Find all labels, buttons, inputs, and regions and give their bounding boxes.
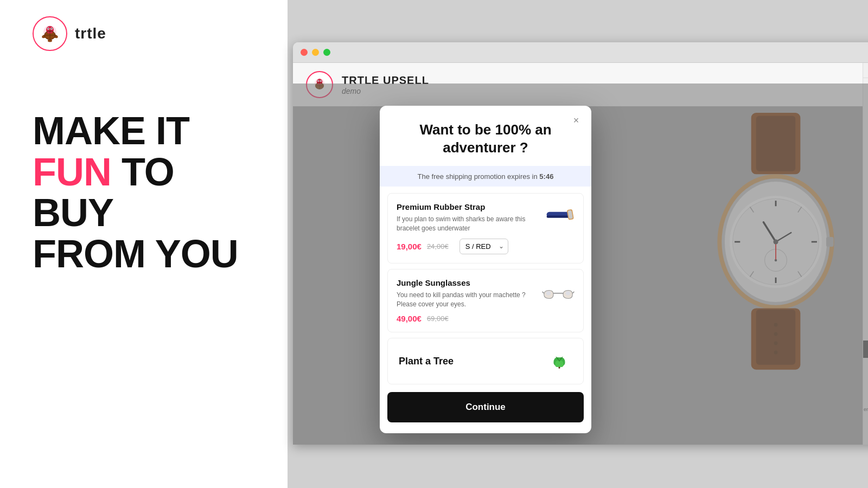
select-wrapper-1[interactable]: S / RED M / RED L / RED S / BLUE [459,239,508,254]
hero-fun-word: FUN [33,150,111,194]
svg-point-60 [566,291,571,296]
right-panel: TRTLE UPSELL demo [288,0,868,488]
product-card-1: Premium Rubber Strap If you plan to swim… [387,193,584,264]
hero-line-2: FUN TO BUY [33,152,255,234]
svg-rect-55 [547,215,570,217]
plant-name: Plant a Tree [399,356,454,367]
hero-text: MAKE IT FUN TO BUY FROM YOU [0,67,288,274]
svg-point-5 [48,28,49,29]
modal-close-button[interactable]: × [569,113,584,129]
product-image-1 [542,202,575,235]
sunglasses-image [542,281,575,308]
price-current-2: 49,00€ [397,314,422,323]
logo-circle [33,16,67,51]
strap-image [542,201,575,236]
svg-point-18 [318,80,319,81]
hero-line-3: FROM YOU [33,234,255,275]
product-desc-2: You need to kill pandas with your machet… [397,291,534,309]
browser-content: TRTLE UPSELL demo [293,63,868,445]
svg-point-19 [321,80,322,81]
product-image-2 [542,278,575,311]
timer-prefix: The free shipping promotion expires in [418,172,540,181]
left-panel: trtle MAKE IT FUN TO BUY FROM YOU [0,0,288,488]
price-current-1: 19,00€ [397,242,422,251]
modal-timer-text: The free shipping promotion expires in 5… [418,172,554,181]
timer-value: 5:46 [539,172,553,181]
upsell-modal: × Want to be 100% an adventurer ? The fr… [380,106,591,434]
price-original-2: 69,00€ [427,314,449,323]
modal-title: Want to be 100% an adventurer ? [395,121,576,158]
price-original-1: 24,00€ [427,242,449,251]
product-select-1[interactable]: S / RED M / RED L / RED S / BLUE [459,239,508,254]
logo-turtle-icon [36,20,63,47]
product-info-1: Premium Rubber Strap If you plan to swim… [397,202,534,254]
continue-button[interactable]: Continue [387,392,584,422]
plant-card: Plant a Tree [387,338,584,384]
traffic-light-green[interactable] [323,49,330,56]
modal-body: Premium Rubber Strap If you plan to swim… [380,193,591,433]
svg-point-59 [546,291,551,296]
product-name-2: Jungle Sunglasses [397,278,534,287]
product-pricing-1: 19,00€ 24,00€ S / RED M / RED L / RED S … [397,239,534,254]
traffic-light-red[interactable] [301,49,308,56]
plant-icon [546,347,572,375]
product-desc-1: If you plan to swim with sharks be aware… [397,215,534,233]
modal-overlay: × Want to be 100% an adventurer ? The fr… [293,84,868,445]
hero-line-1: MAKE IT [33,111,255,152]
product-name-1: Premium Rubber Strap [397,202,534,211]
ajoute-label: AJOUTE AU [863,63,868,78]
modal-header: × Want to be 100% an adventurer ? [380,106,591,166]
plant-icon-svg [546,347,572,373]
product-info-2: Jungle Sunglasses You need to kill panda… [397,278,534,324]
logo-text: trtle [75,25,106,42]
svg-point-6 [51,28,52,29]
product-pricing-2: 49,00€ 69,00€ [397,314,534,323]
logo-area: trtle [0,0,288,67]
modal-timer-bar: The free shipping promotion expires in 5… [380,166,591,187]
traffic-light-yellow[interactable] [312,49,319,56]
product-card-2: Jungle Sunglasses You need to kill panda… [387,269,584,333]
browser-titlebar [293,42,868,63]
browser-window: TRTLE UPSELL demo [293,42,868,445]
